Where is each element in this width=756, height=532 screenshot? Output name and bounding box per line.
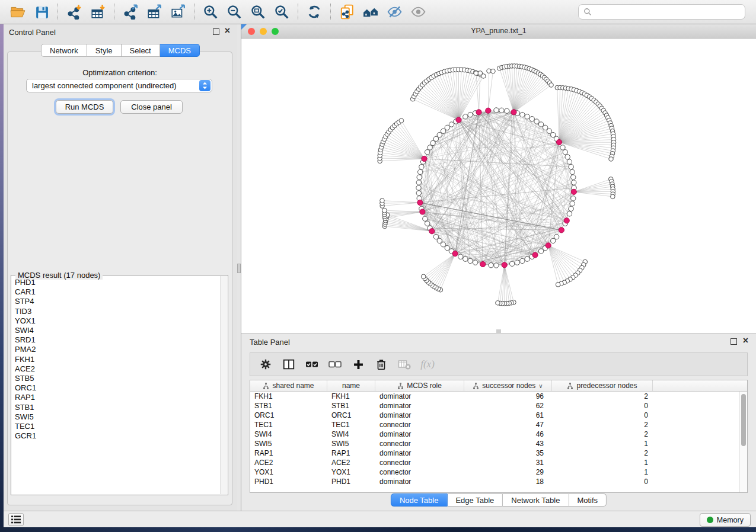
- select-all-button[interactable]: [304, 357, 320, 372]
- table-cell[interactable]: YOX1: [327, 467, 375, 477]
- show-all-button[interactable]: [406, 2, 430, 22]
- table-tab-edge-table[interactable]: Edge Table: [447, 493, 503, 507]
- network-window-titlebar[interactable]: YPA_prune.txt_1: [241, 24, 756, 39]
- column-header-mcds-role[interactable]: MCDS role: [375, 380, 464, 391]
- mcds-result-item[interactable]: GCR1: [12, 431, 220, 441]
- table-cell[interactable]: PHD1: [250, 477, 327, 486]
- open-file-button[interactable]: [6, 2, 30, 22]
- table-cell[interactable]: 47: [464, 420, 552, 430]
- criterion-dropdown[interactable]: largest connected component (undirected): [26, 79, 212, 92]
- export-image-button[interactable]: [166, 2, 190, 22]
- control-panel-float-icon[interactable]: [213, 28, 219, 35]
- vertical-splitter-grip[interactable]: [237, 264, 241, 273]
- network-canvas[interactable]: [241, 39, 756, 334]
- table-panel-float-icon[interactable]: [731, 338, 737, 345]
- table-cell[interactable]: 62: [464, 401, 552, 411]
- mcds-result-item[interactable]: STB5: [12, 374, 220, 383]
- run-mcds-button[interactable]: Run MCDS: [56, 100, 113, 114]
- mcds-result-item[interactable]: YOX1: [12, 316, 220, 326]
- table-cell[interactable]: SWI4: [250, 430, 327, 439]
- table-options-button[interactable]: [258, 357, 273, 372]
- table-row[interactable]: SWI4SWI4dominator462: [250, 430, 747, 439]
- table-row[interactable]: SWI5SWI5connector431: [250, 439, 747, 448]
- mcds-result-item[interactable]: PMA2: [12, 345, 220, 354]
- task-history-button[interactable]: [8, 513, 24, 526]
- mcds-result-item[interactable]: SWI4: [12, 326, 220, 335]
- table-cell[interactable]: 2: [552, 420, 653, 430]
- vertical-splitter[interactable]: [237, 24, 241, 511]
- table-tab-network-table[interactable]: Network Table: [503, 493, 569, 507]
- tab-mcds[interactable]: MCDS: [160, 44, 200, 57]
- table-scrollbar[interactable]: [739, 392, 747, 492]
- table-cell[interactable]: 61: [464, 411, 552, 420]
- table-row[interactable]: RAP1RAP1dominator352: [250, 448, 747, 458]
- mcds-result-item[interactable]: TID3: [12, 307, 220, 316]
- mcds-result-list[interactable]: PHD1CAR1STP4TID3YOX1SWI4SRD1PMA2FKH1ACE2…: [12, 278, 220, 494]
- show-columns-button[interactable]: [281, 357, 296, 372]
- control-panel-close-icon[interactable]: ×: [225, 25, 230, 36]
- table-cell[interactable]: 18: [464, 477, 552, 486]
- import-network-button[interactable]: [62, 2, 86, 22]
- table-row[interactable]: PHD1PHD1dominator180: [250, 477, 747, 486]
- table-cell[interactable]: connector: [375, 467, 464, 477]
- table-cell[interactable]: 29: [464, 467, 552, 477]
- table-cell[interactable]: STB1: [327, 401, 375, 411]
- table-cell[interactable]: 46: [464, 430, 552, 439]
- table-cell[interactable]: connector: [375, 420, 464, 430]
- mcds-result-item[interactable]: FKH1: [12, 355, 220, 364]
- mcds-result-item[interactable]: PHD1: [12, 278, 220, 287]
- table-cell[interactable]: dominator: [375, 477, 464, 486]
- export-table-button[interactable]: [142, 2, 166, 22]
- table-cell[interactable]: SWI5: [327, 439, 375, 448]
- table-cell[interactable]: ORC1: [327, 411, 375, 420]
- column-header-shared-name[interactable]: shared name: [250, 380, 327, 391]
- mcds-result-item[interactable]: ACE2: [12, 364, 220, 374]
- zoom-fit-button[interactable]: [246, 2, 270, 22]
- mcds-result-item[interactable]: STB1: [12, 403, 220, 412]
- column-header-predecessor-nodes[interactable]: predecessor nodes: [552, 380, 653, 391]
- table-cell[interactable]: ORC1: [250, 411, 327, 420]
- search-field[interactable]: [578, 4, 745, 20]
- table-row[interactable]: ACE2ACE2connector311: [250, 458, 747, 467]
- table-cell[interactable]: 0: [552, 401, 653, 411]
- table-cell[interactable]: FKH1: [250, 392, 327, 401]
- horizontal-splitter-grip[interactable]: [496, 329, 501, 333]
- delete-columns-button[interactable]: [374, 357, 389, 372]
- table-cell[interactable]: SWI4: [327, 430, 375, 439]
- table-cell[interactable]: 2: [552, 430, 653, 439]
- zoom-in-button[interactable]: [199, 2, 222, 22]
- tab-select[interactable]: Select: [122, 44, 160, 57]
- mcds-result-item[interactable]: SRD1: [12, 335, 220, 345]
- table-scrollbar-thumb[interactable]: [741, 394, 746, 446]
- table-cell[interactable]: dominator: [375, 411, 464, 420]
- table-tab-motifs[interactable]: Motifs: [569, 493, 607, 507]
- mcds-result-item[interactable]: STP4: [12, 297, 220, 306]
- table-cell[interactable]: 1: [552, 458, 653, 467]
- table-cell[interactable]: ACE2: [327, 458, 375, 467]
- table-cell[interactable]: YOX1: [250, 467, 327, 477]
- table-cell[interactable]: FKH1: [327, 392, 375, 401]
- table-row[interactable]: TEC1TEC1connector472: [250, 420, 747, 430]
- table-panel-close-icon[interactable]: ×: [743, 335, 748, 346]
- table-cell[interactable]: dominator: [375, 392, 464, 401]
- mcds-result-scrollbar[interactable]: [220, 276, 227, 494]
- save-session-button[interactable]: [30, 2, 53, 22]
- table-cell[interactable]: 2: [552, 448, 653, 458]
- mcds-result-item[interactable]: SWI5: [12, 412, 220, 422]
- function-builder-button[interactable]: f(x): [420, 357, 435, 372]
- table-cell[interactable]: 1: [552, 467, 653, 477]
- hide-selected-button[interactable]: [382, 2, 406, 22]
- mcds-result-item[interactable]: TEC1: [12, 422, 220, 431]
- close-panel-button[interactable]: Close panel: [120, 100, 183, 114]
- apply-layout-button[interactable]: [302, 2, 326, 22]
- table-cell[interactable]: ACE2: [250, 458, 327, 467]
- table-cell[interactable]: 0: [552, 477, 653, 486]
- table-cell[interactable]: connector: [375, 439, 464, 448]
- table-cell[interactable]: dominator: [375, 448, 464, 458]
- search-input[interactable]: [595, 8, 740, 17]
- table-cell[interactable]: PHD1: [327, 477, 375, 486]
- first-neighbors-button[interactable]: [359, 2, 382, 22]
- table-cell[interactable]: RAP1: [250, 448, 327, 458]
- table-cell[interactable]: 1: [552, 439, 653, 448]
- table-cell[interactable]: STB1: [250, 401, 327, 411]
